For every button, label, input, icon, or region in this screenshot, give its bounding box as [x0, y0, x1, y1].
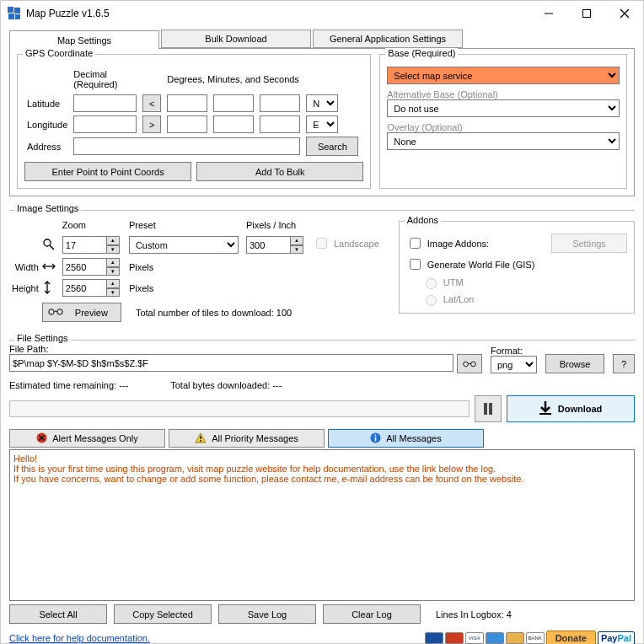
help-button[interactable]: ?: [613, 354, 635, 373]
height-spinner[interactable]: ▲▼: [62, 279, 121, 297]
add-to-bulk-button[interactable]: Add To Bulk: [196, 162, 363, 181]
lines-in-logbox: Lines In Logbox: 4: [436, 609, 512, 620]
donate-button[interactable]: Donate: [546, 631, 596, 644]
latlon-radio: [426, 295, 437, 306]
svg-rect-1: [14, 8, 20, 13]
height-up[interactable]: ▲: [106, 279, 120, 288]
close-button[interactable]: [605, 1, 643, 26]
browse-button[interactable]: Browse: [545, 354, 604, 373]
svg-point-14: [464, 362, 469, 367]
zoom-down[interactable]: ▼: [106, 245, 120, 255]
file-path-input[interactable]: [9, 354, 453, 372]
ppi-label: Pixels / Inch: [246, 220, 303, 230]
alt-base-label: Alternative Base (Optional): [387, 89, 620, 99]
paypal-badge[interactable]: PayPal: [598, 631, 635, 644]
pause-button[interactable]: [475, 395, 502, 422]
help-link[interactable]: Click here for help documentation.: [9, 633, 150, 643]
overlay-label: Overlay (Optional): [387, 122, 620, 132]
card-icon: [445, 632, 464, 644]
file-preview-button[interactable]: [457, 354, 482, 373]
lat-min-input[interactable]: [213, 94, 254, 112]
ppi-up[interactable]: ▲: [290, 236, 303, 245]
tab-general-settings[interactable]: General Application Settings: [313, 30, 463, 48]
format-label: Format:: [491, 346, 537, 356]
error-icon: [36, 432, 47, 445]
latitude-decimal-input[interactable]: [73, 94, 137, 112]
height-icon: [42, 286, 52, 296]
height-down[interactable]: ▼: [106, 288, 120, 298]
format-select[interactable]: png: [491, 356, 537, 373]
download-button[interactable]: Download: [507, 395, 635, 422]
file-path-label: File Path:: [9, 344, 482, 354]
search-button[interactable]: Search: [306, 137, 358, 156]
all-messages-tab[interactable]: All Messages: [328, 429, 484, 448]
progress-bar: [9, 400, 470, 417]
height-unit: Pixels: [129, 283, 153, 293]
dms-header: Degrees, Minutes, and Seconds: [167, 74, 358, 84]
point-to-point-button[interactable]: Enter Point to Point Coords: [24, 162, 191, 181]
longitude-label: Longitude: [27, 120, 67, 130]
width-up[interactable]: ▲: [106, 258, 120, 267]
zoom-input[interactable]: [62, 236, 106, 254]
latitude-label: Latitude: [27, 99, 60, 109]
tab-map-settings[interactable]: Map Settings: [9, 30, 159, 49]
lat-sec-input[interactable]: [260, 94, 300, 112]
lon-ew-select[interactable]: E: [306, 115, 338, 133]
ppi-input[interactable]: [246, 236, 290, 254]
lat-ns-select[interactable]: N: [306, 94, 338, 112]
maximize-button[interactable]: [567, 1, 605, 26]
minimize-button[interactable]: [529, 1, 567, 26]
alt-base-select[interactable]: Do not use: [387, 99, 620, 117]
svg-rect-3: [15, 14, 20, 19]
address-input[interactable]: [73, 137, 300, 155]
lon-min-input[interactable]: [213, 115, 254, 133]
lon-deg-input[interactable]: [167, 115, 207, 133]
tab-bulk-download[interactable]: Bulk Download: [161, 30, 311, 48]
log-textarea[interactable]: Hello! If this is your first time using …: [9, 449, 635, 601]
zoom-spinner[interactable]: ▲▼: [62, 236, 121, 254]
card-icon: [425, 632, 443, 644]
address-label: Address: [27, 142, 61, 152]
card-icon: VISA: [465, 632, 484, 644]
decimal-header: Decimal (Required): [73, 69, 137, 89]
overlay-select[interactable]: None: [387, 132, 620, 150]
width-spinner[interactable]: ▲▼: [62, 258, 121, 276]
ppi-spinner[interactable]: ▲▼: [246, 236, 303, 254]
lon-sec-input[interactable]: [260, 115, 300, 133]
est-time-label: Estimated time remaining: ---: [9, 380, 128, 390]
width-input[interactable]: [62, 258, 106, 276]
longitude-decimal-input[interactable]: [73, 115, 137, 133]
world-file-checkbox[interactable]: [410, 259, 421, 270]
swap-lat-button[interactable]: <: [142, 94, 161, 112]
lat-deg-input[interactable]: [167, 94, 207, 112]
svg-point-13: [57, 309, 62, 314]
window-title: Map Puzzle v1.6.5: [26, 8, 529, 19]
clear-log-button[interactable]: Clear Log: [323, 604, 421, 624]
card-icon: BANK: [526, 632, 545, 644]
ppi-down[interactable]: ▼: [290, 245, 303, 255]
bytes-label: Total bytes downloaded: ---: [170, 380, 282, 390]
addons-legend: Addons: [405, 215, 441, 225]
alert-messages-tab[interactable]: Alert Messages Only: [9, 429, 165, 448]
preset-select[interactable]: Custom: [129, 236, 239, 254]
zoom-up[interactable]: ▲: [106, 236, 120, 245]
preview-button[interactable]: Preview: [42, 303, 121, 322]
copy-selected-button[interactable]: Copy Selected: [114, 604, 212, 624]
height-label: Height: [12, 283, 39, 293]
save-log-button[interactable]: Save Log: [218, 604, 316, 624]
width-down[interactable]: ▼: [106, 267, 120, 276]
priority-messages-tab[interactable]: All Priority Messages: [169, 429, 325, 448]
base-service-select[interactable]: Select map service: [387, 67, 620, 84]
utm-radio: [426, 278, 437, 289]
height-input[interactable]: [62, 279, 106, 297]
latlon-label: Lat/Lon: [443, 294, 475, 304]
preset-label: Preset: [129, 220, 239, 230]
swap-lon-button[interactable]: >: [142, 115, 161, 133]
utm-label: UTM: [443, 277, 464, 287]
log-line: If you have concerns, want to change or …: [13, 474, 631, 484]
select-all-button[interactable]: Select All: [9, 604, 107, 624]
width-unit: Pixels: [129, 262, 153, 272]
width-icon: [42, 263, 56, 273]
image-addons-checkbox[interactable]: [410, 238, 421, 249]
world-file-label: Generate World File (GIS): [427, 260, 535, 270]
